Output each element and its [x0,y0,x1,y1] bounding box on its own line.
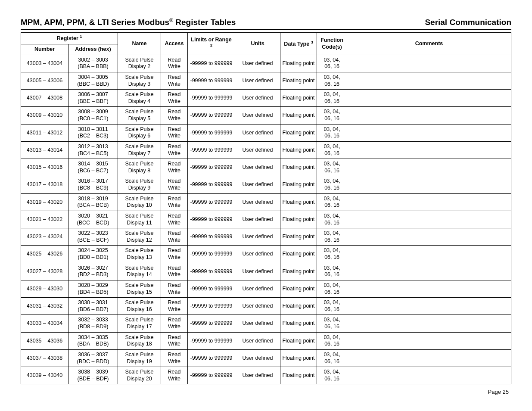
cell-comments [347,332,511,349]
cell-address: 3034 – 3035(BDA – BDB) [68,332,118,349]
cell-dtype: Floating point [280,246,317,263]
cell-comments [347,72,511,89]
cell-limits: -99999 to 999999 [188,193,235,211]
cell-limits: -99999 to 999999 [188,349,235,367]
table-row: 43037 – 430383036 – 3037(BDC – BDD)Scale… [21,349,511,367]
cell-comments [347,107,511,124]
cell-name: Scale PulseDisplay 16 [118,298,161,315]
cell-func: 03, 04,06, 16 [317,211,347,228]
cell-units: User defined [235,55,280,72]
cell-comments [347,349,511,367]
cell-dtype: Floating point [280,367,317,384]
cell-comments [347,176,511,193]
cell-units: User defined [235,72,280,89]
cell-dtype: Floating point [280,72,317,89]
cell-number: 43011 – 43012 [21,124,68,141]
table-row: 43013 – 430143012 – 3013(BC4 – BC5)Scale… [21,141,511,159]
cell-dtype: Floating point [280,263,317,280]
cell-number: 43027 – 43028 [21,263,68,280]
cell-dtype: Floating point [280,211,317,228]
cell-func: 03, 04,06, 16 [317,159,347,176]
cell-comments [347,141,511,159]
cell-number: 43031 – 43032 [21,298,68,315]
table-row: 43007 – 430083006 – 3007(BBE – BBF)Scale… [21,90,511,107]
cell-comments [347,263,511,280]
cell-func: 03, 04,06, 16 [317,90,347,107]
cell-units: User defined [235,332,280,349]
cell-comments [347,315,511,332]
cell-name: Scale PulseDisplay 2 [118,55,161,72]
cell-limits: -99999 to 999999 [188,280,235,297]
cell-address: 3032 – 3033(BD8 – BD9) [68,315,118,332]
cell-func: 03, 04,06, 16 [317,176,347,193]
cell-limits: -99999 to 999999 [188,315,235,332]
cell-access: Read Write [161,332,188,349]
cell-comments [347,124,511,141]
cell-access: Read Write [161,90,188,107]
table-row: 43017 – 430183016 – 3017(BC8 – BC9)Scale… [21,176,511,193]
cell-func: 03, 04,06, 16 [317,55,347,72]
title-suffix: Register Tables [173,18,236,27]
cell-name: Scale PulseDisplay 17 [118,315,161,332]
table-row: 43005 – 430063004 – 3005(BBC – BBD)Scale… [21,72,511,89]
col-access: Access [161,33,188,55]
cell-access: Read Write [161,246,188,263]
cell-access: Read Write [161,55,188,72]
cell-func: 03, 04,06, 16 [317,228,347,246]
table-row: 43027 – 430283026 – 3027(BD2 – BD3)Scale… [21,263,511,280]
cell-dtype: Floating point [280,124,317,141]
cell-access: Read Write [161,280,188,297]
table-row: 43021 – 430223020 – 3021(BCC – BCD)Scale… [21,211,511,228]
cell-number: 43033 – 43034 [21,315,68,332]
cell-comments [347,228,511,246]
page-header: MPM, APM, PPM, & LTI Series Modbus® Regi… [21,17,511,30]
table-row: 43023 – 430243022 – 3023(BCE – BCF)Scale… [21,228,511,246]
col-data-type: Data Type 3 [280,33,317,55]
cell-access: Read Write [161,298,188,315]
cell-limits: -99999 to 999999 [188,263,235,280]
cell-limits: -99999 to 999999 [188,228,235,246]
cell-number: 43005 – 43006 [21,72,68,89]
cell-comments [347,246,511,263]
cell-func: 03, 04,06, 16 [317,246,347,263]
cell-limits: -99999 to 999999 [188,298,235,315]
cell-number: 43019 – 43020 [21,193,68,211]
cell-name: Scale PulseDisplay 5 [118,107,161,124]
cell-name: Scale PulseDisplay 6 [118,124,161,141]
cell-address: 3014 – 3015(BC6 – BC7) [68,159,118,176]
cell-name: Scale PulseDisplay 12 [118,228,161,246]
col-address: Address (hex) [68,44,118,55]
cell-limits: -99999 to 999999 [188,211,235,228]
table-row: 43009 – 430103008 – 3009(BC0 – BC1)Scale… [21,107,511,124]
cell-name: Scale PulseDisplay 9 [118,176,161,193]
table-row: 43039 – 430403038 – 3039(BDE – BDF)Scale… [21,367,511,384]
cell-access: Read Write [161,193,188,211]
cell-units: User defined [235,349,280,367]
cell-address: 3018 – 3019(BCA – BCB) [68,193,118,211]
cell-limits: -99999 to 999999 [188,55,235,72]
cell-address: 3004 – 3005(BBC – BBD) [68,72,118,89]
cell-access: Read Write [161,124,188,141]
cell-access: Read Write [161,367,188,384]
cell-func: 03, 04,06, 16 [317,332,347,349]
cell-units: User defined [235,193,280,211]
cell-address: 3028 – 3029(BD4 – BD5) [68,280,118,297]
cell-limits: -99999 to 999999 [188,72,235,89]
cell-number: 43029 – 43030 [21,280,68,297]
cell-number: 43003 – 43004 [21,55,68,72]
cell-access: Read Write [161,228,188,246]
cell-name: Scale PulseDisplay 14 [118,263,161,280]
table-row: 43029 – 430303028 – 3029(BD4 – BD5)Scale… [21,280,511,297]
table-row: 43031 – 430323030 – 3031(BD6 – BD7)Scale… [21,298,511,315]
cell-number: 43037 – 43038 [21,349,68,367]
cell-number: 43035 – 43036 [21,332,68,349]
cell-limits: -99999 to 999999 [188,159,235,176]
cell-func: 03, 04,06, 16 [317,298,347,315]
cell-name: Scale PulseDisplay 3 [118,72,161,89]
cell-dtype: Floating point [280,315,317,332]
cell-name: Scale PulseDisplay 18 [118,332,161,349]
cell-dtype: Floating point [280,90,317,107]
cell-number: 43013 – 43014 [21,141,68,159]
cell-access: Read Write [161,349,188,367]
cell-access: Read Write [161,72,188,89]
